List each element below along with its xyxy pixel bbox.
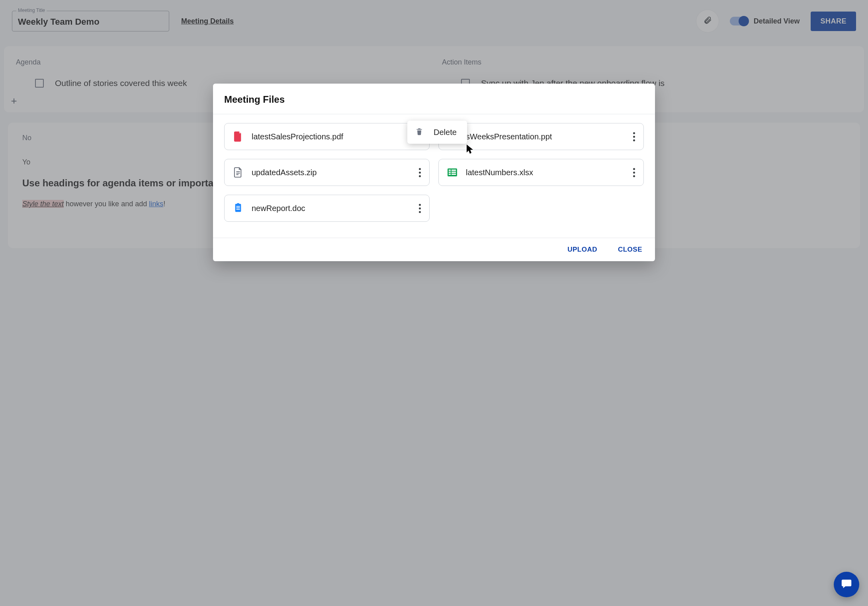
svg-rect-8 [237, 203, 239, 205]
delete-popover-label: Delete [434, 128, 457, 137]
svg-rect-1 [449, 170, 451, 171]
svg-rect-10 [236, 207, 240, 208]
svg-rect-9 [236, 206, 240, 207]
chat-icon [841, 578, 852, 591]
file-menu-button[interactable] [630, 167, 638, 178]
modal-overlay[interactable]: Meeting Files latestSalesProjections.pdf… [0, 0, 868, 606]
cursor-icon [466, 144, 474, 156]
svg-rect-5 [449, 174, 451, 175]
file-chip[interactable]: newReport.doc [224, 195, 430, 222]
trash-icon [415, 127, 423, 137]
file-name: newReport.doc [252, 204, 407, 213]
meeting-files-dialog: Meeting Files latestSalesProjections.pdf… [213, 84, 655, 261]
file-menu-button[interactable] [416, 203, 424, 214]
dialog-footer: UPLOAD CLOSE [213, 238, 655, 261]
doc-file-icon [233, 203, 243, 213]
file-chip[interactable]: latestNumbers.xlsx [438, 159, 644, 186]
file-menu-button[interactable] [630, 131, 638, 142]
close-button[interactable]: CLOSE [616, 245, 645, 254]
file-chip[interactable]: latestSalesProjections.pdf [224, 123, 430, 150]
xlsx-file-icon [448, 168, 457, 177]
zip-file-icon [233, 168, 243, 177]
svg-rect-3 [449, 172, 451, 173]
svg-rect-4 [452, 172, 456, 173]
file-menu-button[interactable] [416, 167, 424, 178]
file-name: latestSalesProjections.pdf [252, 132, 407, 141]
pdf-file-icon [233, 132, 243, 141]
file-name: updatedAssets.zip [252, 168, 407, 177]
svg-rect-2 [452, 170, 456, 171]
file-name: latestNumbers.xlsx [466, 168, 621, 177]
dialog-header: Meeting Files [213, 84, 655, 114]
file-name: sWeeksPresentation.ppt [466, 132, 621, 141]
help-fab[interactable] [834, 572, 859, 597]
dialog-title: Meeting Files [224, 94, 644, 105]
svg-rect-11 [236, 209, 240, 210]
delete-popover[interactable]: Delete [407, 121, 467, 144]
svg-rect-6 [452, 174, 456, 175]
upload-button[interactable]: UPLOAD [565, 245, 600, 254]
file-chip[interactable]: updatedAssets.zip [224, 159, 430, 186]
